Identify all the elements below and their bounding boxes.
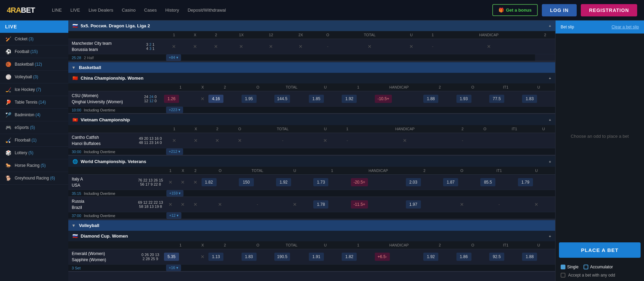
- nav-line[interactable]: LINE: [52, 8, 62, 13]
- volleyball-toggle[interactable]: ▾: [72, 223, 75, 228]
- odd-button[interactable]: 1.87: [443, 178, 458, 186]
- table-china: 1X2OTOTALU1HANDICAP2OIT1U CSU (Women) Qi…: [68, 83, 555, 114]
- place-bet-button[interactable]: PLACE A BET: [559, 242, 641, 258]
- section-header-basketball: ▾ Basketball: [68, 62, 555, 73]
- odd-button[interactable]: 4.16: [208, 95, 223, 103]
- odd-button[interactable]: 1.92: [276, 178, 291, 186]
- more-odds-button[interactable]: +84 ▾: [166, 54, 181, 61]
- single-option[interactable]: Single: [561, 265, 578, 269]
- any-odd-label: Accept a bet with any odd: [568, 273, 615, 278]
- odd-button[interactable]: 144.5: [274, 95, 290, 103]
- sidebar-item-volleyball[interactable]: 🏐 Volleyball (3): [0, 71, 68, 83]
- sidebar-item-basketball[interactable]: 🏀 Basketball (12): [0, 58, 68, 71]
- odd-button[interactable]: 1.86: [456, 253, 471, 261]
- sidebar-item-esports[interactable]: 🎮 eSports (5): [0, 121, 68, 134]
- any-odd-checkbox-box[interactable]: [561, 273, 565, 278]
- odd-button[interactable]: 1.79: [518, 178, 533, 186]
- odd-button[interactable]: 5.35: [164, 253, 179, 261]
- single-radio[interactable]: [561, 265, 565, 269]
- floorball-icon: 🏑: [5, 137, 11, 143]
- sidebar-label-table-tennis: Table Tennis (14): [15, 100, 46, 105]
- section-header-vietnam: 🇻🇳 Vietnam Championship +: [68, 115, 555, 125]
- sidebar-live-label: LIVE: [0, 21, 68, 33]
- odd-button[interactable]: -20.5+: [351, 178, 368, 186]
- nav-live[interactable]: LIVE: [70, 8, 80, 13]
- sidebar-item-table-tennis[interactable]: 🏓 Table Tennis (14): [0, 96, 68, 109]
- odd-button[interactable]: 1.83: [242, 253, 257, 261]
- betslip-options: Single Accumulator Accept a bet with any…: [556, 261, 644, 281]
- odd-button[interactable]: 1.82: [342, 253, 357, 261]
- accumulator-option[interactable]: Accumulator: [584, 265, 613, 269]
- sidebar-item-floorball[interactable]: 🏑 Floorball (1): [0, 134, 68, 147]
- betslip-clear[interactable]: Clear a bet slip: [612, 25, 639, 29]
- nav-casino[interactable]: Casino: [122, 8, 135, 13]
- match-period: Including Overtime: [84, 108, 115, 112]
- odd-button[interactable]: 1.26: [164, 95, 179, 103]
- more-odds-button[interactable]: +159 ▾: [166, 190, 183, 197]
- odd-cell: ✕: [176, 197, 189, 212]
- sidebar-item-greyhound-racing[interactable]: 🐕 Greyhound Racing (6): [0, 172, 68, 185]
- basketball-toggle[interactable]: ▾: [72, 65, 75, 70]
- odd-button[interactable]: 190.5: [274, 253, 290, 261]
- bonus-button[interactable]: Get a bonus: [492, 4, 538, 16]
- odd-cell: ✕: [518, 197, 555, 212]
- odd-cell: ✕: [285, 39, 316, 54]
- odd-button[interactable]: 1.88: [423, 95, 438, 103]
- match-elapsed: 37:00: [72, 214, 81, 218]
- odd-button[interactable]: 150: [239, 178, 254, 186]
- odd-cell: ✕: [202, 197, 239, 212]
- odd-button[interactable]: 1.82: [202, 178, 217, 186]
- odd-button[interactable]: 1.13: [208, 253, 223, 261]
- odd-button[interactable]: 92.5: [489, 253, 504, 261]
- odd-button[interactable]: 1.95: [242, 95, 257, 103]
- section-title-vietnam: Vietnam Championship: [81, 117, 130, 122]
- odd-button[interactable]: 1.88: [522, 253, 537, 261]
- nav-history[interactable]: History: [165, 8, 179, 13]
- odd-button[interactable]: 1.92: [423, 253, 438, 261]
- nav-cases[interactable]: Cases: [144, 8, 157, 13]
- sidebar-item-lottery[interactable]: 🎲 Lottery (5): [0, 147, 68, 159]
- badminton-icon: 🏸: [5, 112, 11, 118]
- match-elapsed: 30:00: [72, 150, 81, 154]
- team-name: Hanoi Buffaloes: [72, 140, 133, 147]
- sidebar-item-cricket[interactable]: 🏏 Cricket (3): [0, 33, 68, 45]
- odd-button[interactable]: 1.85: [309, 95, 324, 103]
- odd-button[interactable]: 1.83: [522, 95, 537, 103]
- match-period: Including Overtime: [84, 150, 115, 154]
- odd-button[interactable]: -11.5+: [351, 200, 368, 209]
- betslip: Bet slip Clear a bet slip Choose an odd …: [555, 21, 644, 281]
- sidebar-item-ice-hockey[interactable]: 🏒 Ice Hockey (7): [0, 83, 68, 96]
- sidebar-item-badminton[interactable]: 🏸 Badminton (4): [0, 109, 68, 121]
- odd-button[interactable]: 1.91: [309, 253, 324, 261]
- odd-cell: ✕: [197, 249, 208, 265]
- more-odds-button[interactable]: +12 ▾: [166, 212, 181, 219]
- odd-cell: ✕: [164, 39, 184, 54]
- section-title-diamond: Diamond Cup. Women: [81, 233, 128, 239]
- more-odds-button[interactable]: +212 ▾: [166, 148, 183, 155]
- odd-button[interactable]: 2.03: [406, 178, 421, 186]
- accumulator-radio[interactable]: [584, 265, 588, 269]
- odd-button[interactable]: 85.5: [480, 178, 495, 186]
- register-button[interactable]: REGISTRATION: [581, 4, 637, 16]
- odd-button[interactable]: -10.5+: [375, 95, 392, 103]
- sidebar-item-horse-racing[interactable]: 🐎 Horse Racing (5): [0, 159, 68, 172]
- login-button[interactable]: LOG IN: [542, 4, 577, 16]
- odd-cell: ✕: [189, 175, 201, 190]
- team-name: Emerald (Women): [72, 251, 133, 257]
- match-elapsed: 10:00: [72, 108, 81, 112]
- sidebar-label-floorball: Floorball (1): [15, 138, 37, 143]
- sidebar-item-football[interactable]: ⚽ Football (15): [0, 45, 68, 58]
- nav-live-dealers[interactable]: Live Dealers: [88, 8, 113, 13]
- nav-deposit[interactable]: Deposit/Withdrawal: [188, 8, 226, 13]
- odd-button[interactable]: 1.92: [342, 95, 357, 103]
- any-odd-checkbox[interactable]: Accept a bet with any odd: [561, 273, 639, 278]
- odd-button[interactable]: 1.73: [313, 178, 328, 186]
- odd-button[interactable]: 1.93: [456, 95, 471, 103]
- odd-button[interactable]: +6.5-: [375, 253, 390, 261]
- odd-button[interactable]: 77.5: [489, 95, 504, 103]
- more-odds-button[interactable]: +223 ▾: [166, 107, 183, 113]
- odd-button[interactable]: 1.97: [406, 200, 421, 209]
- odd-button[interactable]: 1.78: [313, 200, 328, 209]
- more-odds-button[interactable]: +16 ▾: [166, 265, 181, 271]
- table-row: Italy A USA 7622132615 56179228 ✕ ✕ ✕ 1.…: [68, 175, 555, 190]
